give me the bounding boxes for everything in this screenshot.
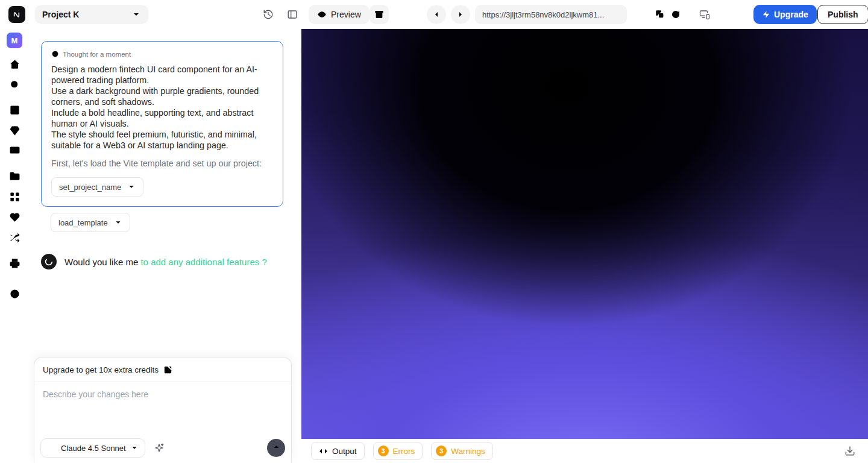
preview-canvas [301, 29, 868, 439]
panel-left-icon [287, 9, 298, 20]
grid-icon [9, 191, 20, 203]
loading-spinner [41, 254, 57, 269]
errors-label: Errors [393, 447, 415, 456]
setup-text: First, let's load the Vite template and … [51, 158, 273, 169]
monitor-code-icon [9, 145, 20, 157]
errors-tab[interactable]: 3 Errors [373, 442, 423, 460]
status-text: Would you like me to add any additional … [64, 257, 267, 267]
model-name: Claude 4.5 Sonnet [61, 444, 126, 453]
code-window-button[interactable] [5, 141, 24, 160]
thought-label: Thought for a moment [63, 51, 131, 58]
search-button[interactable] [5, 75, 24, 94]
user-avatar[interactable]: M [7, 33, 22, 48]
icon-rail: M [0, 29, 29, 463]
archive-icon [374, 10, 384, 19]
chevron-down-icon [130, 444, 139, 452]
preview-label: Preview [331, 10, 361, 19]
print-button[interactable] [5, 253, 24, 272]
enhance-prompt-button[interactable] [149, 438, 169, 458]
thought-row: Thought for a moment [51, 50, 273, 58]
send-button[interactable] [267, 439, 285, 457]
forward-button[interactable] [451, 5, 470, 24]
home-button[interactable] [5, 54, 24, 74]
toggle-sidebar-button[interactable] [285, 7, 300, 22]
recent-button[interactable] [5, 284, 24, 303]
status-highlight: to add any additional features ? [140, 257, 266, 267]
model-selector[interactable]: Claude 4.5 Sonnet [40, 438, 145, 458]
composer: Upgrade to get 10x extra credits Claude … [34, 357, 292, 463]
download-icon [844, 446, 855, 456]
project-selector[interactable]: Project K [35, 5, 148, 24]
claude-starburst-icon [47, 443, 57, 453]
output-bar: Output 3 Errors 3 Warnings [301, 439, 868, 463]
code-icon [319, 447, 328, 456]
top-bar: Project K Preview https://3jljt3rm58nv8k… [0, 0, 868, 29]
arrow-up-icon [272, 444, 281, 453]
home-icon [9, 58, 20, 70]
printer-icon [9, 257, 20, 269]
tool-call-label: load_template [58, 218, 108, 227]
prompt-text: Design a modern fintech UI card componen… [51, 64, 273, 151]
spinner-icon [44, 257, 54, 266]
search-icon [9, 79, 20, 90]
warnings-tab[interactable]: 3 Warnings [431, 442, 493, 460]
clock-icon [9, 288, 20, 300]
globe-icon [51, 50, 59, 58]
monitor-smartphone-icon [699, 9, 710, 20]
external-link-icon [163, 365, 172, 374]
status-row: Would you like me to add any additional … [41, 254, 301, 269]
tool-call-load-template[interactable]: load_template [51, 213, 130, 232]
output-label: Output [332, 447, 357, 456]
upsell-banner[interactable]: Upgrade to get 10x extra credits [34, 357, 291, 382]
warnings-label: Warnings [451, 447, 485, 456]
layout-panels-icon [9, 104, 20, 116]
chevron-down-icon [131, 10, 141, 19]
export-button[interactable] [370, 5, 389, 24]
warnings-count-badge: 3 [436, 446, 447, 456]
errors-count-badge: 3 [378, 446, 389, 456]
tool-call-set-project-name[interactable]: set_project_name [51, 177, 143, 197]
files-button[interactable] [5, 166, 24, 186]
eye-icon [317, 10, 327, 19]
heart-icon [9, 212, 20, 223]
favorites-button[interactable] [5, 207, 24, 227]
upgrade-label: Upgrade [774, 10, 808, 19]
copy-icon [655, 10, 665, 19]
chevron-down-icon [127, 183, 136, 191]
publish-button[interactable]: Publish [817, 5, 868, 24]
shuffle-icon [9, 232, 20, 244]
apps-button[interactable] [5, 187, 24, 206]
shuffle-button[interactable] [5, 228, 24, 247]
preview-button[interactable]: Preview [309, 5, 370, 24]
layout-button[interactable] [5, 100, 24, 119]
back-button[interactable] [427, 5, 446, 24]
url-text: https://3jljt3rm58nv8k0d2ljkwm81... [482, 10, 604, 19]
url-bar[interactable]: https://3jljt3rm58nv8k0d2ljkwm81... [475, 5, 627, 24]
status-plain: Would you like me [64, 257, 138, 267]
chevron-right-icon [456, 10, 465, 19]
upgrade-button[interactable]: Upgrade [753, 5, 817, 24]
history-icon [263, 9, 274, 20]
refresh-button[interactable] [668, 7, 683, 22]
folder-icon [9, 171, 20, 182]
publish-label: Publish [828, 10, 858, 19]
sparkles-icon [154, 443, 165, 453]
logo-icon [12, 10, 22, 19]
app-root: Project K Preview https://3jljt3rm58nv8k… [0, 0, 868, 463]
copy-url-button[interactable] [653, 7, 667, 22]
zap-icon [762, 10, 770, 19]
device-toggle-button[interactable] [697, 7, 712, 22]
tool-call-label: set_project_name [59, 183, 121, 192]
chevron-down-icon [114, 218, 122, 227]
output-tab[interactable]: Output [311, 442, 365, 460]
download-button[interactable] [841, 443, 858, 459]
gem-icon [9, 125, 20, 136]
app-logo[interactable] [8, 6, 25, 23]
avatar-letter: M [11, 36, 18, 45]
refresh-icon [671, 10, 681, 19]
history-button[interactable] [261, 7, 275, 22]
prompt-input[interactable] [34, 382, 291, 421]
composer-toolbar: Claude 4.5 Sonnet [40, 438, 285, 458]
chat-panel: Thought for a moment Design a modern fin… [29, 29, 301, 463]
design-button[interactable] [5, 121, 24, 140]
